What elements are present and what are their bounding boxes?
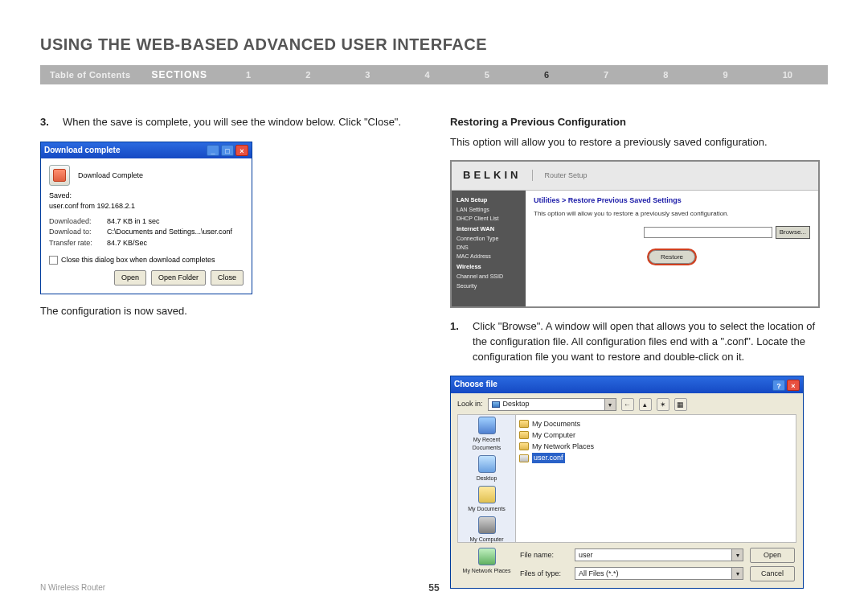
download-complete-dialog: Download complete _ □ × Download Complet…	[40, 142, 252, 294]
side-recent[interactable]: My Recent Documents	[458, 415, 515, 454]
section-link-10[interactable]: 10	[783, 70, 792, 80]
folder-icon	[478, 486, 496, 503]
chevron-down-icon: ▾	[731, 568, 743, 579]
side-desktop[interactable]: Desktop	[458, 454, 515, 484]
close-button[interactable]: Close	[211, 270, 244, 286]
saved-value: user.conf from 192.168.2.1	[49, 201, 244, 212]
filetype-label: Files of type:	[520, 569, 568, 579]
section-link-1[interactable]: 1	[246, 70, 251, 80]
belkin-logo: BELKIN	[463, 168, 521, 183]
close-icon[interactable]: ×	[235, 145, 248, 156]
sidebar-channel-ssid[interactable]: Channel and SSID	[457, 272, 521, 281]
file-name: My Computer	[532, 430, 575, 441]
dialog-titlebar: Download complete _ □ ×	[41, 142, 252, 159]
left-step-text: When the save is complete, you will see …	[63, 115, 401, 130]
sidebar-mac-address[interactable]: MAC Address	[457, 252, 521, 261]
router-desc: This option will allow you to restore a …	[534, 209, 810, 219]
restore-button[interactable]: Restore	[649, 250, 695, 265]
sidebar-dhcp-client[interactable]: DHCP Client List	[457, 214, 521, 223]
side-mydocs-label: My Documents	[468, 505, 506, 513]
file-item-selected[interactable]: user.conf	[519, 453, 792, 463]
restore-file-input[interactable]	[644, 227, 772, 238]
help-icon[interactable]: ?	[772, 380, 785, 391]
restore-intro: This option will allow you to restore a …	[450, 135, 828, 150]
section-link-5[interactable]: 5	[485, 70, 489, 80]
up-folder-icon[interactable]: ▴	[639, 398, 652, 411]
open-button[interactable]: Open	[750, 548, 795, 563]
network-icon	[478, 548, 496, 565]
cancel-button[interactable]: Cancel	[750, 566, 795, 581]
folder-icon	[519, 420, 529, 428]
auto-close-checkbox[interactable]	[49, 256, 58, 265]
sidebar-lan-settings[interactable]: LAN Settings	[457, 205, 521, 214]
file-item[interactable]: My Network Places	[519, 442, 792, 452]
nav-toc-link[interactable]: Table of Contents	[40, 70, 141, 80]
side-mydocs[interactable]: My Documents	[458, 484, 515, 515]
side-mycomp[interactable]: My Computer	[458, 515, 515, 545]
side-desktop-label: Desktop	[477, 474, 497, 483]
open-button[interactable]: Open	[114, 270, 146, 286]
side-recent-label: My Recent Documents	[460, 436, 514, 452]
page-title: USING THE WEB-BASED ADVANCED USER INTERF…	[40, 35, 828, 54]
back-icon[interactable]: ←	[621, 398, 634, 411]
section-link-6[interactable]: 6	[544, 70, 549, 80]
sidebar-connection-type[interactable]: Connection Type	[457, 234, 521, 243]
section-link-7[interactable]: 7	[604, 70, 608, 80]
section-link-3[interactable]: 3	[365, 70, 370, 80]
filetype-value: All Files (*.*)	[579, 569, 619, 579]
desktop-icon	[492, 401, 500, 408]
choose-title: Choose file	[454, 379, 497, 391]
file-item[interactable]: My Computer	[519, 430, 792, 441]
download-to-label: Download to:	[49, 227, 107, 237]
auto-close-label: Close this dialog box when download comp…	[61, 255, 215, 265]
folder-icon	[519, 431, 529, 439]
dialog-title: Download complete	[44, 145, 120, 157]
transfer-rate-value: 84.7 KB/Sec	[107, 238, 147, 249]
computer-icon	[478, 516, 496, 534]
chevron-down-icon: ▾	[604, 399, 616, 410]
download-heading: Download Complete	[78, 170, 143, 181]
open-folder-button[interactable]: Open Folder	[151, 270, 206, 286]
close-icon[interactable]: ×	[787, 380, 800, 391]
router-breadcrumb: Utilities > Restore Previous Saved Setti…	[534, 195, 810, 206]
filetype-dropdown[interactable]: All Files (*.*) ▾	[575, 567, 743, 580]
views-icon[interactable]: ▦	[674, 398, 687, 411]
section-link-9[interactable]: 9	[723, 70, 727, 80]
sidebar-wireless[interactable]: Wireless	[457, 262, 521, 272]
file-name: user.conf	[532, 453, 565, 463]
maximize-icon[interactable]: □	[221, 145, 234, 156]
download-to-value: C:\Documents and Settings...\user.conf	[107, 227, 232, 237]
file-list: My Documents My Computer My Network Plac…	[516, 415, 796, 542]
section-link-2[interactable]: 2	[305, 70, 310, 80]
section-nav-bar: Table of Contents SECTIONS 12345678910	[40, 65, 828, 84]
desktop-icon	[478, 455, 496, 473]
choose-file-dialog: Choose file ? × Look in: Desktop ▾	[450, 376, 804, 589]
file-item[interactable]: My Documents	[519, 419, 792, 429]
new-folder-icon[interactable]: ✶	[657, 398, 669, 411]
file-name: My Documents	[532, 419, 580, 429]
sidebar-dns[interactable]: DNS	[457, 243, 521, 252]
downloaded-label: Downloaded:	[49, 216, 107, 227]
section-link-8[interactable]: 8	[663, 70, 668, 80]
side-mycomp-label: My Computer	[469, 536, 503, 544]
restore-subhead: Restoring a Previous Configuration	[450, 115, 828, 130]
sidebar-security[interactable]: Security	[457, 281, 521, 290]
config-saved-text: The configuration is now saved.	[40, 304, 418, 319]
section-link-4[interactable]: 4	[425, 70, 430, 80]
sidebar-lan-setup[interactable]: LAN Setup	[457, 195, 521, 205]
recent-icon	[478, 417, 496, 434]
browse-button[interactable]: Browse...	[776, 226, 810, 239]
sidebar-internet-wan[interactable]: Internet WAN	[457, 224, 521, 234]
saved-label: Saved:	[49, 191, 244, 201]
minimize-icon[interactable]: _	[207, 145, 219, 156]
download-icon	[49, 165, 70, 186]
downloaded-value: 84.7 KB in 1 sec	[107, 216, 160, 227]
chevron-down-icon: ▾	[731, 549, 743, 561]
footer-product-name: N Wireless Router	[40, 583, 105, 592]
side-mynet[interactable]: My Network Places	[458, 546, 515, 577]
router-head-sub: Router Setup	[544, 170, 587, 181]
side-mynet-label: My Network Places	[463, 567, 511, 575]
lookin-dropdown[interactable]: Desktop ▾	[488, 398, 616, 411]
filename-input[interactable]: user ▾	[575, 548, 743, 561]
right-step-text: Click "Browse". A window will open that …	[473, 319, 828, 365]
